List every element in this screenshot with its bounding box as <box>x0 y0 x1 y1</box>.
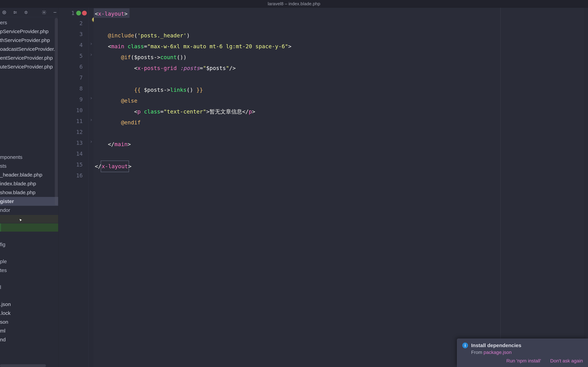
code-line[interactable]: <x-layout> <box>94 8 585 19</box>
matching-tag-highlight: x-layout <box>101 161 129 172</box>
tree-file[interactable]: _header.blade.php <box>0 170 58 179</box>
notification-package-link[interactable]: package.json <box>484 350 512 355</box>
fold-toggle-icon[interactable] <box>89 53 93 57</box>
fold-toggle-icon[interactable] <box>89 118 93 122</box>
code-token: </ <box>242 108 249 115</box>
project-sidebar[interactable]: erspServiceProvider.phpthServiceProvider… <box>0 8 58 367</box>
tree-folder[interactable]: ers <box>0 18 58 27</box>
tree-file[interactable]: son <box>0 317 58 326</box>
tree-spacer <box>0 71 58 79</box>
code-token: > <box>128 163 131 170</box>
tree-file[interactable]: .lock <box>0 309 58 317</box>
tree-folder[interactable]: sts <box>0 162 58 170</box>
inspection-error-icon[interactable] <box>82 11 87 16</box>
sidebar-hscroll-thumb[interactable] <box>0 364 46 367</box>
line-number: 8 <box>58 83 88 94</box>
code-line[interactable]: {{ $posts->links() }} <box>94 84 585 95</box>
code-line[interactable]: @endif <box>94 117 585 128</box>
tree-folder[interactable]: ple <box>0 257 58 266</box>
code-token: @endif <box>121 119 141 126</box>
tree-spacer <box>0 292 58 300</box>
code-line[interactable]: @include('posts._header') <box>94 30 585 41</box>
notification-subtitle: From package.json <box>471 350 583 355</box>
code-token: > <box>288 43 291 50</box>
code-line[interactable]: <x-posts-grid :posts="$posts"/> <box>94 63 585 74</box>
code-line[interactable]: @else <box>94 95 585 106</box>
tree-folder[interactable]: ndor <box>0 206 58 215</box>
tree-item-label: .json <box>0 301 11 307</box>
code-line[interactable] <box>94 128 585 139</box>
code-token: class <box>144 108 160 115</box>
code-token: main <box>111 43 124 50</box>
tree-file[interactable]: ml <box>0 326 58 335</box>
run-npm-install-button[interactable]: Run 'npm install' <box>506 358 541 364</box>
code-token: = <box>144 43 147 50</box>
code-token: @include <box>108 32 134 39</box>
tree-spacer <box>0 96 58 104</box>
dont-ask-again-button[interactable]: Don't ask again <box>550 358 583 364</box>
line-number: 16 <box>58 170 88 181</box>
code-token: count <box>160 54 177 60</box>
tree-file[interactable]: .json <box>0 300 58 309</box>
code-token: </ <box>108 141 114 148</box>
error-stripe[interactable] <box>585 8 588 367</box>
line-number: 14 <box>58 148 88 159</box>
gear-icon[interactable] <box>41 9 47 16</box>
code-token: < <box>134 108 137 115</box>
fold-toggle-icon[interactable] <box>89 42 93 46</box>
line-number: 6 <box>58 61 88 72</box>
expand-all-icon[interactable] <box>12 9 18 16</box>
tree-folder[interactable]: l <box>0 283 58 292</box>
sidebar-vscroll-thumb[interactable] <box>55 18 58 205</box>
sidebar-vscrollbar[interactable] <box>55 18 58 359</box>
tree-folder[interactable]: mponents <box>0 153 58 162</box>
project-tree[interactable]: erspServiceProvider.phpthServiceProvider… <box>0 17 58 344</box>
code-line[interactable] <box>94 150 585 161</box>
fold-column[interactable] <box>89 8 94 367</box>
tree-item-label: show.blade.php <box>0 190 35 195</box>
tree-file[interactable]: uteServiceProvider.php <box>0 62 58 71</box>
tree-file[interactable]: pServiceProvider.php <box>0 27 58 36</box>
code-line[interactable]: </x-layout> <box>94 161 585 171</box>
tree-file[interactable]: thServiceProvider.php <box>0 36 58 45</box>
line-number: 4 <box>58 40 88 50</box>
code-line[interactable] <box>94 19 585 30</box>
line-number: 5 <box>58 50 88 61</box>
tree-folder[interactable]: gister <box>0 197 58 206</box>
fold-toggle-icon[interactable] <box>89 140 93 144</box>
tree-folder[interactable]: fig <box>0 240 58 249</box>
line-number: 15 <box>58 159 88 170</box>
fold-toggle-icon[interactable] <box>89 96 93 100</box>
target-icon[interactable] <box>1 9 8 16</box>
line-number: 2 <box>58 18 88 29</box>
sidebar-toolbar <box>0 8 58 17</box>
tree-file[interactable]: oadcastServiceProvider. <box>0 45 58 53</box>
tree-spacer <box>0 120 58 128</box>
line-number-gutter: 1 2 3 4 5 6 7 8 9 10 11 12 13 14 15 16 <box>58 8 89 367</box>
code-token: "text-center" <box>164 108 206 115</box>
tree-file[interactable]: show.blade.php <box>0 188 58 197</box>
code-token <box>177 65 180 71</box>
tree-folder[interactable]: tes <box>0 266 58 275</box>
code-token: x-layout <box>102 163 128 170</box>
code-line[interactable] <box>94 171 585 182</box>
code-token: /> <box>229 65 236 71</box>
code-line[interactable] <box>94 74 585 84</box>
vcs-change-marker <box>0 223 58 232</box>
code-editor[interactable]: <x-layout> @include('posts._header') <ma… <box>94 8 585 367</box>
vcs-change-marker <box>0 215 58 223</box>
inspection-ok-icon[interactable] <box>76 11 81 16</box>
code-line[interactable]: <main class="max-w-6xl mx-auto mt-6 lg:m… <box>94 41 585 52</box>
code-line[interactable]: @if($posts->count()) <box>94 52 585 63</box>
tree-file[interactable]: nd <box>0 335 58 344</box>
tree-file[interactable]: index.blade.php <box>0 179 58 188</box>
tree-file[interactable]: entServiceProvider.php <box>0 53 58 62</box>
code-line[interactable]: </main> <box>94 139 585 150</box>
tree-spacer <box>0 79 58 87</box>
code-line[interactable]: <p class="text-center">暂无文章信息</p> <box>94 106 585 117</box>
collapse-all-icon[interactable] <box>23 9 29 16</box>
editor-area[interactable]: <x-layout> @include('posts._header') <ma… <box>94 8 588 367</box>
tree-item-label: l <box>0 284 1 290</box>
minimize-icon[interactable] <box>52 9 58 16</box>
sidebar-hscrollbar[interactable] <box>0 364 58 367</box>
